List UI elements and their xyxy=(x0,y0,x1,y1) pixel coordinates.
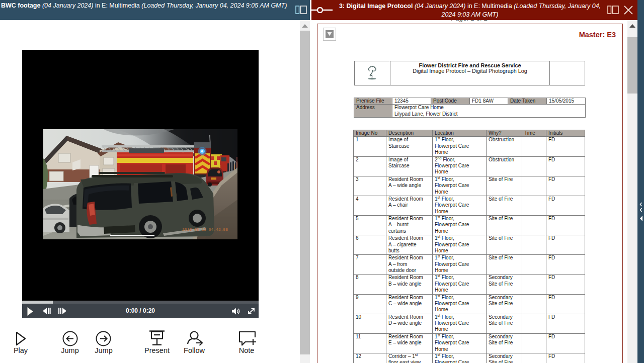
svg-text:2016 05 13 04:42:55: 2016 05 13 04:42:55 xyxy=(182,227,228,232)
